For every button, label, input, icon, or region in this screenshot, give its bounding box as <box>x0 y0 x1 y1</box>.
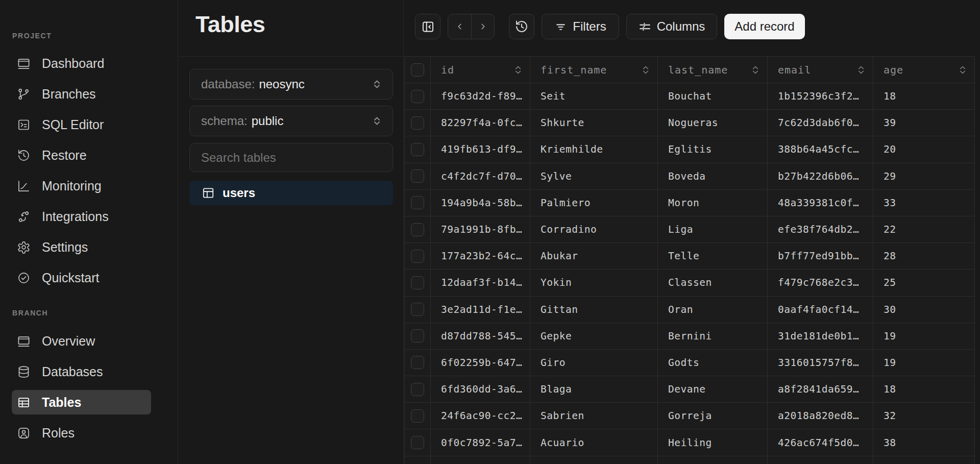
cell-last-name[interactable]: Moron <box>658 190 768 216</box>
row-checkbox[interactable] <box>411 409 424 423</box>
database-select[interactable]: database:neosync <box>189 69 393 100</box>
row-checkbox[interactable] <box>411 169 424 183</box>
sidebar-item-branches[interactable]: Branches <box>12 82 151 106</box>
row-checkbox[interactable] <box>411 436 424 449</box>
cell-last-name[interactable]: Telle <box>658 243 768 270</box>
row-checkbox[interactable] <box>411 276 424 289</box>
cell-email[interactable]: 0aaf4fa0cf14… <box>768 297 873 323</box>
cell-email[interactable]: b7ff77ed91bb… <box>768 243 873 270</box>
row-checkbox[interactable] <box>411 250 424 263</box>
cell-first-name[interactable]: Sabrien <box>530 403 658 429</box>
cell-last-name[interactable]: Gorreja <box>658 403 768 429</box>
cell-email[interactable]: f479c768e2c3… <box>768 270 873 296</box>
cell-id[interactable]: f9c63d2d-f89… <box>431 83 530 110</box>
cell-id[interactable]: 6fd360dd-3a6… <box>431 376 530 403</box>
cell-first-name[interactable]: Seit <box>530 83 658 110</box>
cell-id[interactable]: 194a9b4a-58b… <box>431 190 530 216</box>
cell-email[interactable]: 1b152396c3f2… <box>768 83 873 110</box>
cell-age[interactable]: 32 <box>873 403 975 429</box>
cell-first-name[interactable]: Acuario <box>530 429 658 456</box>
history-button[interactable] <box>509 14 534 39</box>
cell-first-name[interactable]: Gepke <box>530 323 658 350</box>
row-checkbox[interactable] <box>411 90 424 103</box>
cell-id[interactable]: c4f2dc7f-d70… <box>431 163 530 190</box>
cell-id[interactable]: 12daaf3f-b14… <box>431 270 530 296</box>
sidebar-item-integrations[interactable]: Integrations <box>12 204 151 229</box>
cell-age[interactable]: 18 <box>873 83 975 110</box>
cell-first-name[interactable]: Kriemhilde <box>530 136 658 163</box>
cell-id[interactable]: 24f6ac90-cc2… <box>431 403 530 429</box>
cell-id[interactable]: 79a1991b-8fb… <box>431 216 530 243</box>
cell-first-name[interactable]: Gittan <box>530 297 658 323</box>
previous-page-button[interactable] <box>448 14 471 39</box>
sidebar-item-restore[interactable]: Restore <box>12 143 151 167</box>
sidebar-item-databases[interactable]: Databases <box>12 359 151 384</box>
cell-age[interactable]: 30 <box>873 297 975 323</box>
column-header-email[interactable]: email <box>768 57 873 83</box>
sidebar-item-overview[interactable]: Overview <box>12 329 151 353</box>
sidebar-item-quickstart[interactable]: Quickstart <box>12 265 151 290</box>
row-checkbox[interactable] <box>411 303 424 316</box>
select-all-checkbox[interactable] <box>411 63 424 77</box>
cell-email[interactable]: b27b422d6b06… <box>768 163 873 190</box>
cell-last-name[interactable]: Bouchat <box>658 83 768 110</box>
cell-email[interactable]: efe38f764db2… <box>768 216 873 243</box>
cell-first-name[interactable]: Blaga <box>530 376 658 403</box>
table-list-item-users[interactable]: users <box>189 181 393 205</box>
cell-email[interactable]: 31de181de0b1… <box>768 323 873 350</box>
row-checkbox[interactable] <box>411 356 424 369</box>
row-checkbox[interactable] <box>411 143 424 156</box>
cell-last-name[interactable]: Bernini <box>658 323 768 350</box>
column-header-first-name[interactable]: first_name <box>530 57 658 83</box>
cell-id[interactable]: 419fb613-df9… <box>431 136 530 163</box>
cell-last-name[interactable]: Eglitis <box>658 136 768 163</box>
cell-id[interactable]: 177a23b2-64c… <box>431 243 530 270</box>
cell-email[interactable]: 48a339381c0f… <box>768 190 873 216</box>
cell-age[interactable]: 19 <box>873 323 975 350</box>
cell-last-name[interactable]: Boveda <box>658 163 768 190</box>
filters-button[interactable]: Filters <box>542 14 619 39</box>
schema-select[interactable]: schema:public <box>189 106 393 136</box>
cell-last-name[interactable]: Heiling <box>658 429 768 456</box>
cell-id[interactable]: 3e2ad11d-f1e… <box>431 297 530 323</box>
cell-age[interactable]: 20 <box>873 136 975 163</box>
row-checkbox[interactable] <box>411 116 424 130</box>
row-checkbox[interactable] <box>411 329 424 343</box>
cell-age[interactable]: 29 <box>873 163 975 190</box>
cell-age[interactable]: 38 <box>873 429 975 456</box>
cell-first-name[interactable]: Corradino <box>530 216 658 243</box>
row-checkbox[interactable] <box>411 223 424 236</box>
cell-id[interactable]: 0f0c7892-5a7… <box>431 429 530 456</box>
add-record-button[interactable]: Add record <box>724 14 805 39</box>
row-checkbox[interactable] <box>411 383 424 396</box>
cell-age[interactable]: 18 <box>873 376 975 403</box>
cell-last-name[interactable]: Classen <box>658 270 768 296</box>
cell-first-name[interactable]: Abukar <box>530 243 658 270</box>
cell-age[interactable]: 39 <box>873 110 975 136</box>
cell-id[interactable]: d87dd788-545… <box>431 323 530 350</box>
search-tables-input[interactable] <box>201 151 381 165</box>
cell-last-name[interactable]: Liga <box>658 216 768 243</box>
cell-email[interactable]: 7c62d3dab6f0… <box>768 110 873 136</box>
sidebar-item-monitoring[interactable]: Monitoring <box>12 174 151 198</box>
cell-email[interactable]: 388b64a45cfc… <box>768 136 873 163</box>
column-header-age[interactable]: age <box>873 57 975 83</box>
cell-id[interactable]: 82297f4a-0fc… <box>431 110 530 136</box>
sidebar-item-tables[interactable]: Tables <box>12 390 151 414</box>
cell-email[interactable]: a8f2841da659… <box>768 376 873 403</box>
next-page-button[interactable] <box>471 14 494 39</box>
cell-first-name[interactable]: Shkurte <box>530 110 658 136</box>
collapse-sidebar-button[interactable] <box>415 14 440 39</box>
cell-last-name[interactable]: Nogueras <box>658 110 768 136</box>
column-header-id[interactable]: id <box>431 57 530 83</box>
cell-first-name[interactable]: Sylve <box>530 163 658 190</box>
column-header-last-name[interactable]: last_name <box>658 57 768 83</box>
cell-first-name[interactable]: Yokin <box>530 270 658 296</box>
cell-age[interactable]: 22 <box>873 216 975 243</box>
sidebar-item-roles[interactable]: Roles <box>12 421 151 445</box>
cell-last-name[interactable]: Godts <box>658 350 768 376</box>
cell-age[interactable]: 33 <box>873 190 975 216</box>
cell-first-name[interactable]: Giro <box>530 350 658 376</box>
cell-email[interactable]: 426ac674f5d0… <box>768 429 873 456</box>
sidebar-item-sql-editor[interactable]: SQL Editor <box>12 112 151 137</box>
